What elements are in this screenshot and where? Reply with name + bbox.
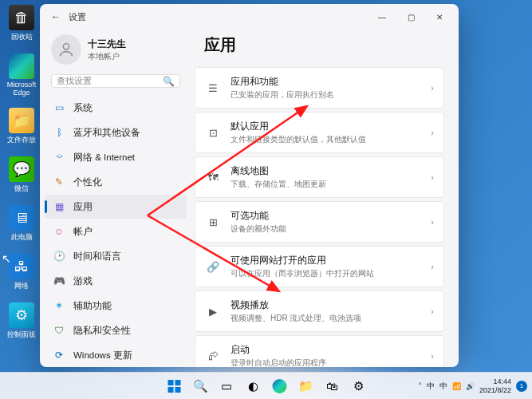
desktop-icon-wechat[interactable]: 💬微信 xyxy=(5,156,38,194)
desktop-icon-folder[interactable]: 📁文件存放 xyxy=(5,108,38,145)
shield-icon: 🛡 xyxy=(53,324,65,337)
clock[interactable]: 14:44 2021/8/22 xyxy=(479,377,511,394)
profile-subtitle: 本地帐户 xyxy=(88,51,126,62)
accessibility-icon: ✶ xyxy=(53,299,65,312)
map-icon: 🗺 xyxy=(205,169,221,185)
card-title: 应用和功能 xyxy=(231,75,421,89)
search-icon: 🔍 xyxy=(163,76,175,87)
desktop-icon-recycle-bin[interactable]: 🗑回收站 xyxy=(5,5,38,42)
desktop-icon-this-pc[interactable]: 🖥此电脑 xyxy=(5,205,38,243)
chevron-right-icon: › xyxy=(431,172,434,182)
start-button[interactable] xyxy=(162,374,186,398)
clock-icon: 🕑 xyxy=(53,250,65,263)
taskbar-store[interactable]: 🛍 xyxy=(320,374,344,398)
nav-label: 辅助功能 xyxy=(73,300,112,312)
chevron-right-icon: › xyxy=(431,217,434,227)
desktop-icon-label: 控制面板 xyxy=(7,330,36,340)
card-title: 默认应用 xyxy=(231,120,421,133)
display-icon: ▭ xyxy=(53,101,65,114)
settings-window: ← 设置 — ▢ ✕ 十三先生 本地帐户 查找设置 🔍 ▭系统 ᛒ xyxy=(40,4,459,367)
nav-label: 帐户 xyxy=(73,226,93,238)
nav-apps[interactable]: ▦应用 xyxy=(45,195,187,219)
card-title: 视频播放 xyxy=(231,298,421,312)
taskbar: 🔍 ▭ ◐ 📁 🛍 ⚙ ˄ 中 中 📶 🔊 14:44 2021/8/22 1 xyxy=(0,372,532,399)
taskbar-center: 🔍 ▭ ◐ 📁 🛍 ⚙ xyxy=(162,374,370,398)
svg-rect-6 xyxy=(175,387,180,393)
desktop-icon-network[interactable]: 🖧网络 xyxy=(5,254,38,291)
minimize-button[interactable]: — xyxy=(368,4,396,30)
desktop-icon-control-panel[interactable]: ⚙控制面板 xyxy=(5,302,38,340)
content-area: 应用 ☰应用和功能已安装的应用，应用执行别名› ⊡默认应用文件和链接类型的默认值… xyxy=(191,30,459,367)
svg-rect-3 xyxy=(167,380,173,385)
taskbar-taskview[interactable]: ▭ xyxy=(215,374,238,398)
taskbar-explorer[interactable]: 📁 xyxy=(294,374,317,398)
nav-accounts[interactable]: ☺帐户 xyxy=(45,219,187,243)
profile-block[interactable]: 十三先生 本地帐户 xyxy=(45,30,187,73)
nav-accessibility[interactable]: ✶辅助功能 xyxy=(45,294,187,318)
desktop-icon-label: 回收站 xyxy=(11,32,33,42)
nav-label: 网络 & Internet xyxy=(73,152,135,164)
chevron-right-icon: › xyxy=(431,83,434,93)
settings-list: ☰应用和功能已安装的应用，应用执行别名› ⊡默认应用文件和链接类型的默认值，其他… xyxy=(195,67,444,367)
apps-icon: ▦ xyxy=(53,200,65,213)
chevron-right-icon: › xyxy=(431,128,434,137)
taskbar-widgets[interactable]: ◐ xyxy=(241,374,265,398)
grid-plus-icon: ⊞ xyxy=(205,214,221,230)
close-button[interactable]: ✕ xyxy=(425,4,454,30)
system-tray: ˄ 中 中 📶 🔊 14:44 2021/8/22 1 xyxy=(418,377,532,394)
page-heading: 应用 xyxy=(204,34,444,56)
desktop-icon-edge[interactable]: Microsoft Edge xyxy=(5,53,38,97)
notification-badge[interactable]: 1 xyxy=(516,381,527,392)
titlebar: ← 设置 — ▢ ✕ xyxy=(40,4,459,30)
card-optional-features[interactable]: ⊞可选功能设备的额外功能› xyxy=(195,201,444,243)
card-startup[interactable]: ⮳启动登录时自动启动的应用程序› xyxy=(195,335,444,367)
card-offline-maps[interactable]: 🗺离线地图下载、存储位置、地图更新› xyxy=(195,156,444,198)
network-tray-icon[interactable]: 📶 xyxy=(452,382,461,390)
desktop-icon-label: Microsoft Edge xyxy=(5,81,38,97)
card-desc: 文件和链接类型的默认值，其他默认值 xyxy=(231,134,421,145)
ime-indicator[interactable]: 中 xyxy=(427,381,435,392)
taskbar-edge[interactable] xyxy=(267,374,291,398)
profile-name: 十三先生 xyxy=(88,38,126,51)
maximize-button[interactable]: ▢ xyxy=(396,4,425,30)
nav-system[interactable]: ▭系统 xyxy=(45,96,187,120)
search-input[interactable]: 查找设置 🔍 xyxy=(51,74,180,88)
desktop-icons: 🗑回收站 Microsoft Edge 📁文件存放 💬微信 🖥此电脑 🖧网络 ⚙… xyxy=(5,5,38,340)
card-desc: 可以在应用（而非浏览器）中打开的网站 xyxy=(231,268,421,279)
nav-network[interactable]: ⌔网络 & Internet xyxy=(45,145,187,169)
chevron-right-icon: › xyxy=(431,306,434,316)
ime-indicator-2[interactable]: 中 xyxy=(439,381,447,392)
taskbar-search[interactable]: 🔍 xyxy=(188,374,212,398)
card-title: 启动 xyxy=(231,343,421,357)
tray-chevron-up-icon[interactable]: ˄ xyxy=(418,381,422,390)
svg-point-0 xyxy=(63,44,69,49)
wifi-icon: ⌔ xyxy=(53,151,65,164)
search-placeholder: 查找设置 xyxy=(57,75,92,87)
nav-list: ▭系统 ᛒ蓝牙和其他设备 ⌔网络 & Internet ✎个性化 ▦应用 ☺帐户… xyxy=(45,96,187,367)
volume-tray-icon[interactable]: 🔊 xyxy=(466,382,475,390)
card-video-playback[interactable]: ▶视频播放视频调整、HDR 流式处理、电池选项› xyxy=(195,290,444,332)
nav-update[interactable]: ⟳Windows 更新 xyxy=(45,343,187,367)
nav-personalization[interactable]: ✎个性化 xyxy=(45,170,187,194)
card-desc: 视频调整、HDR 流式处理、电池选项 xyxy=(231,313,421,324)
brush-icon: ✎ xyxy=(53,176,65,188)
card-desc: 登录时自动启动的应用程序 xyxy=(231,358,421,367)
desktop-icon-label: 文件存放 xyxy=(7,135,36,145)
card-title: 离线地图 xyxy=(231,164,421,178)
clock-date: 2021/8/22 xyxy=(479,386,511,394)
card-default-apps[interactable]: ⊡默认应用文件和链接类型的默认值，其他默认值› xyxy=(195,112,444,153)
nav-gaming[interactable]: 🎮游戏 xyxy=(45,269,187,293)
nav-label: 蓝牙和其他设备 xyxy=(73,127,140,139)
nav-privacy[interactable]: 🛡隐私和安全性 xyxy=(45,318,187,342)
gamepad-icon: 🎮 xyxy=(53,275,65,287)
back-button[interactable]: ← xyxy=(48,11,64,22)
video-icon: ▶ xyxy=(205,303,221,319)
card-title: 可使用网站打开的应用 xyxy=(231,254,421,267)
chevron-right-icon: › xyxy=(431,262,434,271)
card-apps-features[interactable]: ☰应用和功能已安装的应用，应用执行别名› xyxy=(195,67,444,109)
taskbar-settings[interactable]: ⚙ xyxy=(346,374,370,398)
nav-time-language[interactable]: 🕑时间和语言 xyxy=(45,244,187,268)
window-title: 设置 xyxy=(69,11,86,23)
nav-bluetooth[interactable]: ᛒ蓝牙和其他设备 xyxy=(45,120,187,144)
card-apps-for-websites[interactable]: 🔗可使用网站打开的应用可以在应用（而非浏览器）中打开的网站› xyxy=(195,246,444,287)
